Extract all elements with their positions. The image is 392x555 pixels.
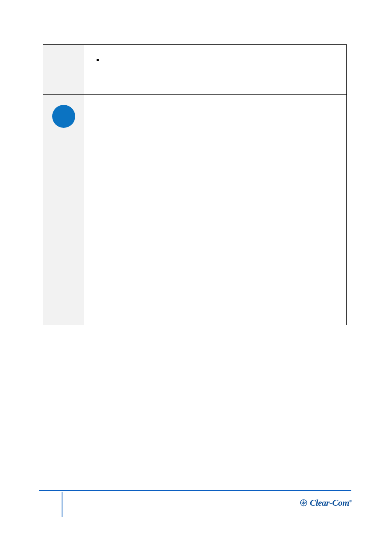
table-cell-right (84, 95, 346, 325)
brand-text: Clear-Com® (310, 497, 352, 508)
table-row (43, 94, 346, 325)
brand-logo: Clear-Com® (300, 497, 352, 508)
vertical-rule-icon (62, 492, 62, 517)
footer-rule (39, 490, 351, 491)
horizontal-rule-icon (39, 490, 351, 491)
table-cell-left (43, 95, 84, 325)
table-row (43, 45, 346, 94)
content-table (43, 44, 347, 325)
bullet-item (96, 57, 335, 61)
blue-circle-icon (52, 105, 75, 128)
table-cell-left (43, 45, 84, 94)
bullet-dot-icon (97, 59, 99, 61)
table-cell-right (84, 45, 346, 94)
clear-com-logo-icon (300, 499, 307, 506)
